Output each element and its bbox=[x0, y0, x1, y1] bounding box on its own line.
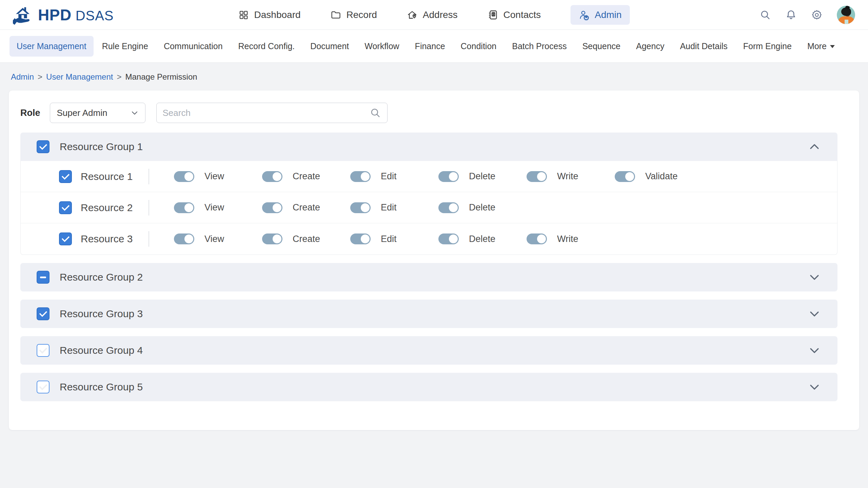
nav-item-label: Admin bbox=[595, 9, 622, 20]
toggle-view[interactable] bbox=[174, 171, 194, 182]
permission-label: Create bbox=[293, 234, 320, 244]
chevron-down-icon[interactable] bbox=[809, 274, 820, 281]
group-header-resource-group-4[interactable]: Resource Group 4 bbox=[20, 336, 837, 365]
subnav-item-label: Document bbox=[310, 41, 349, 51]
permission-label: Delete bbox=[469, 171, 495, 182]
group-name: Resource Group 1 bbox=[60, 141, 143, 152]
permission-validate: Validate bbox=[615, 171, 703, 182]
group-checkbox[interactable] bbox=[37, 140, 50, 153]
permission-label: View bbox=[204, 202, 224, 213]
permission-label: View bbox=[204, 171, 224, 182]
bell-icon[interactable] bbox=[785, 9, 797, 21]
resource-row-resource-3: Resource 3ViewCreateEditDeleteWrite bbox=[21, 223, 837, 255]
permission-view: View bbox=[174, 202, 262, 213]
toggle-delete[interactable] bbox=[438, 233, 459, 244]
breadcrumb: Admin>User Management>Manage Permission bbox=[11, 72, 859, 82]
group-header-resource-group-1[interactable]: Resource Group 1 bbox=[20, 133, 837, 161]
toggle-delete[interactable] bbox=[438, 202, 459, 213]
nav-item-address[interactable]: Address bbox=[407, 9, 458, 20]
main-nav: Dashboard Record Address bbox=[238, 5, 630, 25]
toggle-edit[interactable] bbox=[350, 171, 371, 182]
toggle-view[interactable] bbox=[174, 233, 194, 244]
resource-group: Resource Group 1Resource 1ViewCreateEdit… bbox=[20, 133, 837, 255]
toggle-create[interactable] bbox=[262, 171, 282, 182]
toggle-delete[interactable] bbox=[438, 171, 459, 182]
nav-item-admin[interactable]: Admin bbox=[571, 5, 630, 25]
nav-item-record[interactable]: Record bbox=[331, 9, 377, 20]
search-icon[interactable] bbox=[760, 9, 771, 21]
role-select[interactable]: Super Admin bbox=[50, 103, 145, 123]
resource-name: Resource 1 bbox=[81, 171, 149, 182]
group-header-resource-group-5[interactable]: Resource Group 5 bbox=[20, 373, 837, 401]
toggle-validate[interactable] bbox=[615, 171, 635, 182]
permission-edit: Edit bbox=[350, 202, 438, 213]
toggle-write[interactable] bbox=[527, 233, 547, 244]
subnav-item-condition[interactable]: Condition bbox=[454, 36, 504, 57]
permission-toggles: ViewCreateEditDeleteWriteValidate bbox=[174, 171, 703, 182]
permissions-card: Role Super Admin Resource Group 1Resourc… bbox=[9, 90, 859, 430]
subnav-item-label: Sequence bbox=[582, 41, 620, 51]
permission-edit: Edit bbox=[350, 233, 438, 244]
toggle-edit[interactable] bbox=[350, 233, 371, 244]
address-book-icon bbox=[488, 9, 498, 20]
subnav-item-document[interactable]: Document bbox=[303, 36, 356, 57]
permission-label: Delete bbox=[469, 234, 495, 244]
toggle-view[interactable] bbox=[174, 202, 194, 213]
hand-house-logo-icon bbox=[13, 5, 33, 25]
breadcrumb-item-admin[interactable]: Admin bbox=[11, 72, 34, 82]
resource-checkbox[interactable] bbox=[59, 170, 72, 183]
vertical-divider bbox=[149, 200, 149, 216]
group-checkbox[interactable] bbox=[37, 271, 50, 284]
group-header-resource-group-2[interactable]: Resource Group 2 bbox=[20, 263, 837, 291]
subnav-item-batch-process[interactable]: Batch Process bbox=[505, 36, 574, 57]
subnav-item-label: Communication bbox=[164, 41, 223, 51]
avatar[interactable] bbox=[837, 6, 855, 24]
subnav-item-communication[interactable]: Communication bbox=[157, 36, 230, 57]
logo-text: HPD DSAS bbox=[38, 6, 114, 24]
subnav-item-label: Rule Engine bbox=[102, 41, 148, 51]
group-checkbox[interactable] bbox=[37, 307, 50, 320]
gear-icon[interactable] bbox=[811, 9, 823, 21]
chevron-up-icon[interactable] bbox=[809, 143, 820, 150]
subnav-item-more[interactable]: More bbox=[800, 36, 842, 57]
resource-group: Resource Group 2 bbox=[20, 263, 837, 291]
permission-label: Validate bbox=[645, 171, 678, 182]
subnav-item-record-config[interactable]: Record Config. bbox=[231, 36, 302, 57]
chevron-down-icon[interactable] bbox=[809, 384, 820, 390]
resource-group: Resource Group 3 bbox=[20, 300, 837, 328]
app-logo[interactable]: HPD DSAS bbox=[13, 5, 114, 25]
group-name: Resource Group 3 bbox=[60, 308, 143, 320]
subnav-item-sequence[interactable]: Sequence bbox=[575, 36, 628, 57]
subnav-item-label: Record Config. bbox=[238, 41, 295, 51]
chevron-down-icon[interactable] bbox=[809, 347, 820, 354]
subnav-item-workflow[interactable]: Workflow bbox=[357, 36, 406, 57]
subnav-item-form-engine[interactable]: Form Engine bbox=[736, 36, 799, 57]
permission-label: Write bbox=[557, 171, 578, 182]
breadcrumb-item-user-management[interactable]: User Management bbox=[46, 72, 113, 82]
chevron-down-icon[interactable] bbox=[809, 310, 820, 317]
group-header-resource-group-3[interactable]: Resource Group 3 bbox=[20, 300, 837, 328]
breadcrumb-separator: > bbox=[38, 72, 42, 82]
nav-item-contacts[interactable]: Contacts bbox=[488, 9, 541, 20]
toggle-write[interactable] bbox=[527, 171, 547, 182]
toggle-edit[interactable] bbox=[350, 202, 371, 213]
resource-checkbox[interactable] bbox=[59, 201, 72, 214]
resource-checkbox[interactable] bbox=[59, 232, 72, 245]
permission-label: Edit bbox=[381, 171, 397, 182]
toggle-create[interactable] bbox=[262, 202, 282, 213]
toggle-create[interactable] bbox=[262, 233, 282, 244]
subnav-item-user-management[interactable]: User Management bbox=[9, 36, 94, 57]
search-input[interactable] bbox=[163, 108, 370, 118]
subnav-item-agency[interactable]: Agency bbox=[629, 36, 671, 57]
nav-item-dashboard[interactable]: Dashboard bbox=[238, 9, 301, 20]
subnav-item-rule-engine[interactable]: Rule Engine bbox=[95, 36, 155, 57]
subnav-item-audit-details[interactable]: Audit Details bbox=[673, 36, 734, 57]
group-checkbox[interactable] bbox=[37, 381, 50, 393]
group-checkbox[interactable] bbox=[37, 344, 50, 357]
subnav-item-label: Finance bbox=[415, 41, 445, 51]
house-pin-icon bbox=[407, 9, 418, 20]
permission-delete: Delete bbox=[438, 171, 527, 182]
resource-group: Resource Group 4 bbox=[20, 336, 837, 365]
subnav-item-finance[interactable]: Finance bbox=[408, 36, 452, 57]
permission-write: Write bbox=[527, 171, 615, 182]
